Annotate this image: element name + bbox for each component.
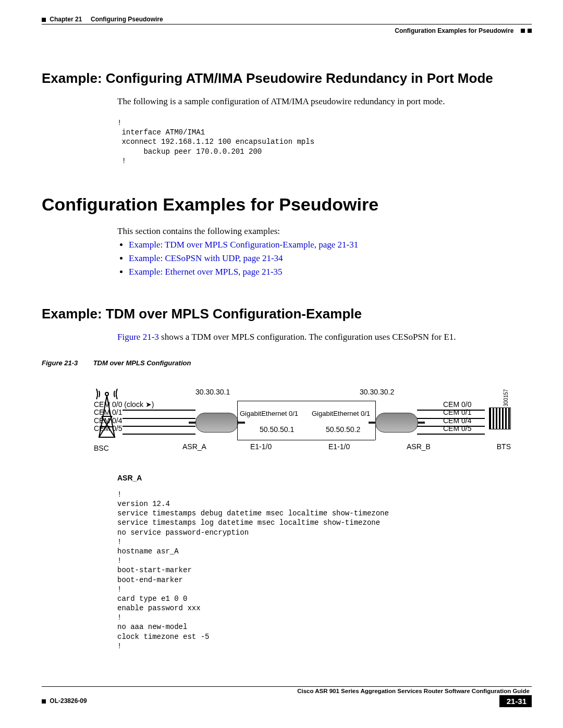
label-ip: 30.30.30.1 <box>195 388 230 396</box>
label-e1: E1-1/0 <box>328 442 350 451</box>
square-icon <box>42 699 46 704</box>
figure-number: Figure 21-3 <box>42 359 91 367</box>
heading-tdm-example: Example: TDM over MPLS Configuration-Exa… <box>42 306 532 322</box>
label-bsc: BSC <box>94 444 109 452</box>
figure-title: TDM over MPLS Configuration <box>93 359 191 367</box>
code-block-asr-a: ! version 12.4 service timestamps debug … <box>117 490 532 651</box>
network-diagram: BSC CEM 0/0 (clock ➤) CEM 0/1 CEM 0/4 CE… <box>94 377 511 461</box>
header-section-title: Configuration Examples for Pseudowire <box>395 27 513 34</box>
figure-xref[interactable]: Figure 21-3 <box>117 332 159 342</box>
figure-caption: Figure 21-3 TDM over MPLS Configuration <box>42 359 532 367</box>
router-icon <box>195 413 238 433</box>
footer-docnum: OL-23826-09 <box>42 697 87 705</box>
bts-icon <box>489 408 511 429</box>
square-icon <box>521 29 525 33</box>
label-ip: 50.50.50.2 <box>326 425 360 434</box>
code-block-atm-ima: ! interface ATM0/IMA1 xconnect 192.168.1… <box>117 118 532 166</box>
page-header: Chapter 21 Configuring Pseudowire Config… <box>42 16 532 42</box>
chapter-label: Chapter 21 <box>50 16 82 23</box>
heading-example-atm-ima: Example: Configuring ATM/IMA Pseudowire … <box>42 70 532 87</box>
chapter-title: Configuring Pseudowire <box>91 16 163 23</box>
intro-text: Figure 21-3 shows a TDM over MPLS config… <box>117 331 532 343</box>
header-right: Configuration Examples for Pseudowire <box>395 27 532 34</box>
footer-pagenum: 21-31 <box>499 695 532 707</box>
cem-labels-left: CEM 0/0 (clock ➤) CEM 0/1 CEM 0/4 CEM 0/… <box>94 401 154 433</box>
label-asr-a: ASR_A <box>182 442 206 451</box>
label-ip: 50.50.50.1 <box>260 425 294 434</box>
label-ip: 30.30.30.2 <box>360 388 394 396</box>
intro-rest: shows a TDM over MPLS configuration. The… <box>159 332 456 342</box>
label-ge-right: GigabitEthernet 0/1 <box>312 410 370 417</box>
heading-config-examples: Configuration Examples for Pseudowire <box>42 194 532 215</box>
svg-point-0 <box>105 392 108 396</box>
square-icon <box>528 29 532 33</box>
cem-labels-right: CEM 0/0 CEM 0/1 CEM 0/4 CEM 0/5 <box>443 401 471 433</box>
square-icon <box>42 18 46 22</box>
label-e1: E1-1/0 <box>250 442 272 451</box>
label-ge-left: GigabitEthernet 0/1 <box>240 410 298 417</box>
intro-text: This section contains the following exam… <box>117 226 532 237</box>
page-footer: Cisco ASR 901 Series Aggregation Service… <box>42 686 532 712</box>
label-asr-b: ASR_B <box>407 442 431 451</box>
router-icon <box>375 413 418 433</box>
footer-guide-title: Cisco ASR 901 Series Aggregation Service… <box>42 688 530 694</box>
label-bts: BTS <box>497 442 511 451</box>
xref-link[interactable]: Example: CESoPSN with UDP, page 21-34 <box>129 253 283 263</box>
header-left: Chapter 21 Configuring Pseudowire <box>42 16 163 23</box>
xref-list: Example: TDM over MPLS Configuration-Exa… <box>117 240 532 277</box>
diagram-id: 300157 <box>503 389 509 406</box>
xref-link[interactable]: Example: Ethernet over MPLS, page 21-35 <box>129 267 283 277</box>
asr-a-label: ASR_A <box>117 474 532 482</box>
xref-link[interactable]: Example: TDM over MPLS Configuration-Exa… <box>129 240 358 250</box>
page: Chapter 21 Configuring Pseudowire Config… <box>0 0 563 728</box>
intro-text: The following is a sample configuration … <box>117 96 532 108</box>
